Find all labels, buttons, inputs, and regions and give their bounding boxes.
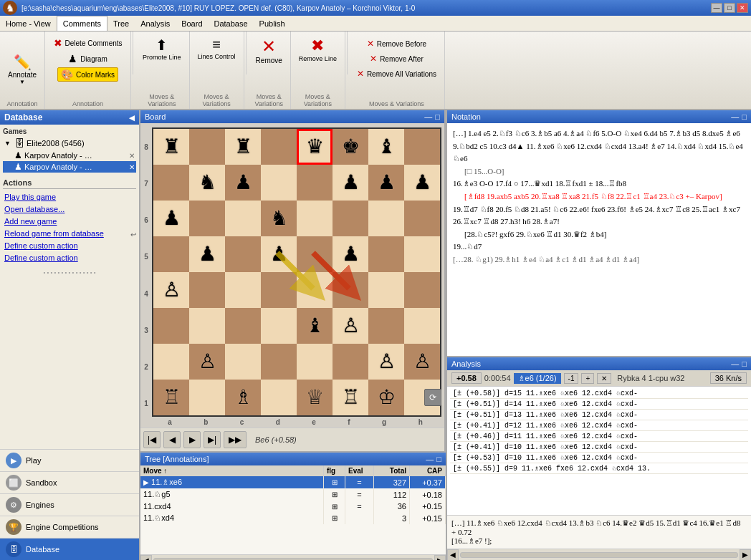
square-a5[interactable] [153,236,189,272]
square-d6[interactable]: ♞ [261,201,297,236]
square-d4[interactable] [261,272,297,308]
square-f5[interactable]: ♟ [333,236,368,272]
minimize-button[interactable]: — [711,3,722,13]
square-d8[interactable] [261,129,297,165]
x-button[interactable]: ✕ [597,373,611,384]
analysis-line[interactable]: [± (+0.41)] d=12 11.♗xe6 ♘xe6 12.cxd4 ♘c… [450,420,748,431]
remove-button[interactable]: ✕ Remove [252,34,286,67]
scroll-left-button[interactable]: ◀ [140,555,152,561]
define-custom-action-1-link[interactable]: Define custom action [3,241,136,251]
first-move-button[interactable]: |◀ [143,431,161,448]
analysis-line[interactable]: [± (+0.46)] d=11 11.♗xe6 ♘xe6 12.cxd4 ♘c… [450,431,748,442]
square-e6[interactable] [297,201,333,236]
square-g7[interactable]: ♟ [368,165,404,201]
square-a6[interactable]: ♟ [153,201,189,236]
remove-all-variations-button[interactable]: ✕ Remove All Variations [353,67,440,80]
color-marks-button[interactable]: 🎨 Color Marks [57,67,118,82]
scroll-right-button[interactable]: ▶ [434,555,446,561]
delete-comments-button[interactable]: ✖ Delete Comments [50,36,126,50]
square-d1[interactable] [261,380,297,415]
next-move-button[interactable]: ▶ [183,431,201,448]
square-g3[interactable] [368,308,404,344]
define-custom-action-2-link[interactable]: Define custom action [3,253,136,263]
col-total[interactable]: Total [374,465,410,476]
square-b3[interactable] [189,308,225,344]
plus-button[interactable]: + [581,373,594,384]
grid-icon[interactable]: ⊞ [332,503,338,511]
square-h4[interactable] [404,272,440,308]
minus-button[interactable]: -1 [564,373,579,384]
notation-minimize-icon[interactable]: — [731,112,739,121]
square-c1[interactable]: ♗ [225,380,261,415]
play-button[interactable]: ▶▶ [224,431,247,448]
square-h6[interactable] [404,201,440,236]
square-e2[interactable] [297,344,333,380]
square-f4[interactable] [333,272,368,308]
close-button[interactable]: ✕ [737,3,748,13]
square-g1[interactable]: ♔ [368,380,404,415]
square-b5[interactable]: ♟ [189,236,225,272]
square-h3[interactable] [404,308,440,344]
square-e3[interactable]: ♝ [297,308,333,344]
analysis-line[interactable]: [± (+0.55)] d=9 11.♗xe6 fxe6 12.cxd4 ♘cx… [450,463,748,474]
remove-before-button[interactable]: ✕ Remove Before [363,37,430,50]
maximize-button[interactable]: □ [724,3,735,13]
game1-close-button[interactable]: ✕ [129,152,135,160]
remove-line-button[interactable]: ✖ Remove Line [295,34,340,64]
menu-board[interactable]: Board [176,16,208,31]
analysis-line[interactable]: [± (+0.53)] d=10 11.♗xe6 ♘xe6 12.cxd4 ♘c… [450,453,748,463]
square-h8[interactable] [404,129,440,165]
tree-row[interactable]: 11.cxd4 ⊞ = 36 +0.15 [140,501,446,512]
analysis-scroll-right[interactable]: ▶ [740,549,751,561]
tree-row[interactable]: 11.♘g5 ⊞ = 112 +0.18 [140,488,446,501]
square-f3[interactable]: ♙ [333,308,368,344]
square-h7[interactable]: ♟ [404,165,440,201]
col-eval[interactable]: Eval [345,465,374,476]
square-b2[interactable]: ♙ [189,344,225,380]
last-move-button[interactable]: ▶| [204,431,221,448]
nav-engines-button[interactable]: ⚙ Engines [0,493,139,516]
square-e8[interactable]: ♛ [297,129,333,165]
square-c2[interactable] [225,344,261,380]
nav-play-button[interactable]: ▶ Play [0,449,139,471]
analysis-line[interactable]: [± (+0.51)] d=14 11.♗xe6 ♘xe6 12.cxd4 ♘c… [450,399,748,410]
nav-engine-competitions-button[interactable]: 🏆 Engine Competitions [0,516,139,538]
square-d5[interactable]: ♟ [261,236,297,272]
lines-control-button[interactable]: ≡ Lines Control [194,34,239,62]
tree-row[interactable]: ▶ 11.♗xe6 ⊞ = 327 +0.37 [140,476,446,488]
database-item[interactable]: ▼ 🗄 Elite2008 (5456) [3,137,136,150]
analysis-scroll-track[interactable] [460,552,738,558]
analysis-line[interactable]: [± (+0.58)] d=15 11.♗xe6 ♘xe6 12.cxd4 ♘c… [450,388,748,399]
game2-item[interactable]: ♟ Karpov Anatoly - … ✕ [3,161,136,173]
flip-board-button[interactable]: ⟳ [424,389,441,406]
square-b4[interactable] [189,272,225,308]
square-a4[interactable]: ♙ [153,272,189,308]
reload-game-link[interactable]: Reload game from database [3,228,128,238]
square-g2[interactable]: ♙ [368,344,404,380]
square-e5[interactable] [297,236,333,272]
promote-line-button[interactable]: ⬆ Promote Line [139,34,185,63]
game1-item[interactable]: ♟ Karpov Anatoly - … ✕ [3,150,136,161]
left-panel-collapse-button[interactable]: ◀ [129,114,135,122]
square-f2[interactable] [333,344,368,380]
analysis-line[interactable]: [± (+0.41)] d=10 11.♗xe6 ♘xe6 12.cxd4 ♘c… [450,442,748,453]
analysis-scroll-left[interactable]: ◀ [447,549,459,561]
menu-home-view[interactable]: Home - View [0,16,57,31]
square-g4[interactable] [368,272,404,308]
diagram-button[interactable]: ♟ Diagram [64,52,111,66]
square-h2[interactable]: ♙ [404,344,440,380]
menu-tree[interactable]: Tree [107,16,135,31]
analysis-scroll[interactable]: ◀ ▶ [447,549,751,560]
square-e4[interactable] [297,272,333,308]
nav-database-button[interactable]: 🗄 Database [0,538,139,560]
square-b8[interactable] [189,129,225,165]
analysis-maximize-icon[interactable]: □ [742,359,747,368]
square-f6[interactable] [333,201,368,236]
square-a3[interactable] [153,308,189,344]
square-h5[interactable] [404,236,440,272]
square-f7[interactable]: ♟ [333,165,368,201]
square-b1[interactable] [189,380,225,415]
square-e1[interactable]: ♕ [297,380,333,415]
col-flg[interactable]: flg [324,465,345,476]
tree-scroll-bar[interactable]: ◀ ▶ [140,554,446,560]
